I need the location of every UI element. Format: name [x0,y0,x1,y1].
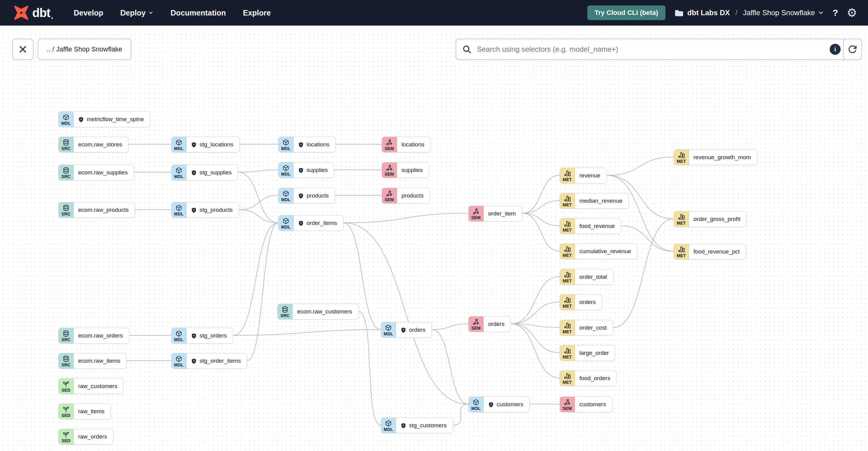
help-icon[interactable]: ? [833,8,838,18]
node-label: stg_products [199,207,232,213]
node-met_revenue_growth_mom[interactable]: METrevenue_growth_mom [674,149,757,165]
node-src_products[interactable]: SRCecom.raw_products [58,202,135,218]
project-selector[interactable]: Jaffle Shop Snowflake [743,8,824,17]
node-label: food_revenue_pct [693,248,740,255]
nav-link-documentation[interactable]: Documentation [170,8,226,17]
node-met_food_revenue_pct[interactable]: METfood_revenue_pct [674,244,746,260]
node-label: orders [579,299,596,305]
node-body: orders [484,317,510,332]
node-mdl_orders[interactable]: MDLorders [381,322,432,338]
node-mdl_customers[interactable]: MDLcustomers [468,396,530,412]
node-type-label: MDL [174,337,184,342]
node-src_supplies[interactable]: SRCecom.raw_supplies [58,164,134,180]
cube-icon [62,114,70,121]
network-icon [564,399,571,406]
node-sem_supplies[interactable]: SEMsupplies [382,162,429,178]
node-label: food_revenue [579,223,615,230]
node-mdl_stg_products[interactable]: MDLstg_products [171,202,239,218]
nav-link-develop[interactable]: Develop [73,8,103,17]
try-cloud-cli-button[interactable]: Try Cloud CLI (beta) [587,5,665,20]
node-mdl_time_spine[interactable]: MDLmetricflow_time_spine [58,111,150,127]
node-sed_raw_orders[interactable]: SEDraw_orders [58,429,114,445]
node-type-badge: SRC [59,202,73,218]
cube-icon [175,204,183,211]
node-mdl_stg_orders[interactable]: MDLstg_orders [171,328,233,343]
node-mdl_stg_locations[interactable]: MDLstg_locations [171,137,240,152]
shield-lock-icon [298,142,304,148]
node-met_orders[interactable]: METorders [560,294,602,310]
node-body: food_orders [575,371,616,386]
node-label: products [401,192,424,199]
node-mdl_supplies[interactable]: MDLsupplies [278,162,334,178]
node-mdl_locations[interactable]: MDLlocations [278,137,336,152]
node-met_food_revenue[interactable]: METfood_revenue [560,218,621,234]
node-label: customers [497,401,523,408]
shield-lock-icon [191,170,197,176]
node-type-badge: MET [560,218,575,234]
node-type-badge: MET [674,150,689,165]
node-met_large_order[interactable]: METlarge_order [560,345,615,361]
node-mdl_products[interactable]: MDLproducts [278,188,335,204]
refresh-lineage-button[interactable] [843,39,862,60]
sprout-icon [62,405,70,413]
bars-icon [678,152,685,159]
nav-link-explore[interactable]: Explore [243,8,271,17]
node-body: order_gross_profit [689,211,746,227]
lineage-breadcrumb[interactable]: .. / Jaffle Shop Snowflake [38,39,131,60]
node-type-label: SED [61,388,70,392]
node-body: supplies [293,162,334,178]
node-type-label: SRC [61,212,70,216]
node-mdl_order_items[interactable]: MDLorder_items [278,215,343,231]
node-sed_raw_customers[interactable]: SEDraw_customers [58,378,124,394]
node-sed_raw_items[interactable]: SEDraw_items [58,403,111,419]
node-sem_customers[interactable]: SEMcustomers [560,396,613,412]
gear-icon[interactable]: ⚙ [847,7,857,19]
node-sem_locations[interactable]: SEMlocations [382,137,431,152]
node-met_revenue[interactable]: METrevenue [560,168,607,183]
node-type-badge: MET [674,244,689,259]
node-met_order_cost[interactable]: METorder_cost [560,320,613,336]
dbt-logo[interactable]: dbt [13,5,53,21]
node-body: raw_items [73,404,111,419]
node-sem_order_item[interactable]: SEMorder_item [468,206,522,221]
node-type-label: MDL [174,146,184,151]
node-met_food_orders[interactable]: METfood_orders [560,370,617,386]
node-body: order_total [575,269,613,284]
lineage-nodes-layer: MDLmetricflow_time_spineSRCecom.raw_stor… [0,0,868,451]
bars-icon [564,296,571,304]
node-met_order_total[interactable]: METorder_total [560,269,614,285]
node-label: stg_locations [199,141,233,148]
shield-lock-icon [191,358,197,364]
cube-icon [385,420,392,427]
cube-icon [472,399,479,406]
node-body: locations [293,137,336,152]
node-label: ecom.raw_items [78,358,120,364]
info-icon[interactable]: i [830,44,841,55]
node-mdl_stg_order_items[interactable]: MDLstg_order_items [171,353,247,369]
selector-search-input[interactable] [476,45,825,54]
node-sem_orders[interactable]: SEMorders [468,316,511,332]
node-type-badge: MET [560,193,575,208]
node-mdl_stg_supplies[interactable]: MDLstg_supplies [171,164,238,180]
sprout-icon [62,431,70,438]
node-body: stg_products [186,202,239,218]
node-met_median_revenue[interactable]: METmedian_revenue [560,193,629,209]
node-src_customers[interactable]: SRCecom.raw_customers [277,304,359,320]
node-body: products [293,188,335,203]
node-mdl_stg_customers[interactable]: MDLstg_customers [381,418,453,433]
node-src_stores[interactable]: SRCecom.raw_stores [58,137,129,152]
node-label: locations [307,141,330,148]
nav-link-deploy[interactable]: Deploy [120,8,153,17]
node-label: stg_order_items [199,358,241,364]
close-lineage-button[interactable] [12,39,33,60]
node-body: food_revenue_pct [689,244,746,259]
node-type-label: MET [563,355,572,359]
node-src_items[interactable]: SRCecom.raw_items [58,353,126,369]
workspace-name[interactable]: dbt Labs DX [687,8,730,17]
node-met_order_gross_profit[interactable]: METorder_gross_profit [674,211,747,227]
node-src_orders[interactable]: SRCecom.raw_orders [58,328,129,343]
node-sem_products[interactable]: SEMproducts [382,188,430,204]
shield-lock-icon [191,333,197,339]
nav-right: Try Cloud CLI (beta) dbt Labs DX / Jaffl… [587,5,857,20]
node-met_cumulative_revenue[interactable]: METcumulative_revenue [560,243,638,259]
